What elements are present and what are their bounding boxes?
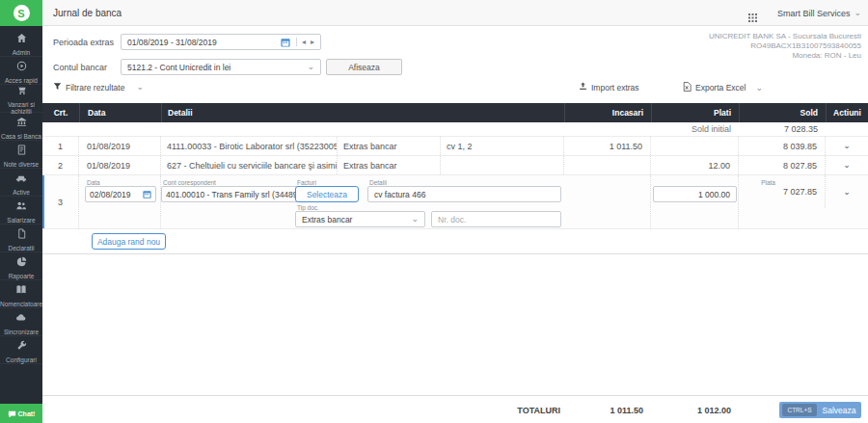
row-crt: 1 xyxy=(42,137,79,155)
row-incasari: 1 011.50 xyxy=(564,137,651,155)
chevron-down-icon: ⌄ xyxy=(411,215,419,224)
row-sold: 8 039.85 xyxy=(739,137,826,155)
period-prev-arrow-icon[interactable]: ◂ xyxy=(302,38,306,46)
export-excel-button[interactable]: Exporta Excel ⌄ xyxy=(683,82,763,93)
sidebar-item-acces-rapid[interactable]: Acces rapid xyxy=(0,57,42,85)
row-description: cv 1, 2 xyxy=(441,137,564,155)
table-header: Crt. Data Detalii Incasari Plati Sold Ac… xyxy=(42,103,868,122)
row-crt: 3 xyxy=(42,175,79,229)
row-doc-type: Extras bancar xyxy=(338,137,441,155)
header-detalii: Detalii xyxy=(161,103,338,122)
period-label: Perioada extras xyxy=(53,38,114,47)
calendar-icon xyxy=(143,190,151,198)
funnel-icon xyxy=(53,82,62,93)
sidebar-item-declaratii[interactable]: Declaratii xyxy=(0,225,42,252)
chevron-down-icon: ⌄ xyxy=(307,63,314,71)
row-incasari xyxy=(564,156,651,174)
bank-iban: RO49BACX1B31007593840055 xyxy=(709,41,861,51)
app-window: S Admin Acces rapid Vanzari si achizitii… xyxy=(0,0,868,423)
row-date: 01/08/2019 xyxy=(79,156,161,174)
edit-date-input[interactable]: 02/08/2019 xyxy=(85,186,156,202)
main-content: Perioada extras 01/08/2019 - 31/08/2019 … xyxy=(42,26,868,423)
sidebar-item-active[interactable]: Active xyxy=(0,169,42,197)
sidebar-item-vanzari-achizitii[interactable]: Vanzari si achizitii xyxy=(0,85,42,113)
sold-initial-row: Sold initial 7 028.35 xyxy=(42,122,868,137)
bank-currency: Moneda: RON - Leu xyxy=(709,51,861,61)
sidebar-item-note-diverse[interactable]: Note diverse xyxy=(0,141,42,169)
edit-tipdoc-select[interactable]: Extras bancar ⌄ xyxy=(295,211,425,227)
sold-initial-value: 7 028.35 xyxy=(739,122,826,136)
sidebar-item-sincronizare[interactable]: Sincronizare xyxy=(0,308,42,336)
table-row: 1 01/08/2019 4111.00033 - Birotic Labora… xyxy=(42,137,868,156)
save-button[interactable]: CTRL+S Salveaza xyxy=(779,402,861,418)
edit-data-label: Data xyxy=(87,179,100,186)
calendar-icon xyxy=(281,38,290,47)
sidebar-item-salarizare[interactable]: Salarizare xyxy=(0,197,42,225)
period-next-arrow-icon[interactable]: ▸ xyxy=(311,38,314,46)
bank-info: UNICREDIT BANK SA - Sucursala Bucuresti … xyxy=(709,32,861,61)
sidebar-item-rapoarte[interactable]: Rapoarte xyxy=(0,252,42,280)
row-doc-type: Extras bancar xyxy=(338,156,441,174)
sidebar-item-admin[interactable]: Admin xyxy=(0,29,42,57)
header-crt: Crt. xyxy=(42,103,79,122)
show-button[interactable]: Afiseaza xyxy=(326,59,402,75)
import-extras-button[interactable]: Import extras xyxy=(579,82,639,93)
row-actions-chevron-icon[interactable]: ⌄ xyxy=(826,175,868,208)
quick-access-icon xyxy=(16,58,27,75)
edit-nrdoc-input[interactable]: Nr. doc. xyxy=(431,211,561,227)
app-grid-icon[interactable] xyxy=(748,9,757,26)
edit-sold: 7 027.85 xyxy=(739,175,826,208)
sidebar: S Admin Acces rapid Vanzari si achizitii… xyxy=(0,0,42,423)
row-actions-chevron-icon[interactable]: ⌄ xyxy=(826,137,868,155)
car-icon xyxy=(15,170,27,187)
header-sold: Sold xyxy=(739,103,826,122)
chat-bubble-icon xyxy=(8,405,16,422)
excel-icon xyxy=(683,82,692,93)
sidebar-nav: Admin Acces rapid Vanzari si achizitii C… xyxy=(0,29,42,364)
edit-plati-cell xyxy=(651,175,739,229)
header-incasari: Incasari xyxy=(564,103,651,122)
sidebar-item-casa-si-banca[interactable]: Casa si Banca xyxy=(0,113,42,141)
sidebar-item-nomenclatoare[interactable]: Nomenclatoare xyxy=(0,280,42,308)
page-title: Jurnal de banca xyxy=(53,0,122,26)
header-data: Data xyxy=(79,103,161,122)
wrench-icon xyxy=(16,337,27,355)
edit-detalii-label: Detalii xyxy=(369,179,387,186)
row-date: 01/08/2019 xyxy=(79,137,161,155)
sold-initial-label: Sold initial xyxy=(651,122,739,136)
period-input[interactable]: 01/08/2019 - 31/08/2019 ◂ ▸ xyxy=(121,34,321,50)
edit-incasari-cell xyxy=(564,175,651,229)
edit-detalii-input[interactable]: cv factura 466 xyxy=(367,186,561,202)
smartbill-logo[interactable]: S xyxy=(0,0,42,26)
totals-bar: TOTALURI 1 011.50 1 012.00 CTRL+S Salvea… xyxy=(42,395,868,423)
account-menu[interactable]: Smart Bill Services ⌄ xyxy=(777,0,861,26)
totals-plati: 1 012.00 xyxy=(651,396,739,423)
bank-name: UNICREDIT BANK SA - Sucursala Bucuresti xyxy=(709,32,861,41)
header-actiuni: Actiuni xyxy=(826,103,868,122)
edit-row: 3 Data 02/08/2019 Cont corespondent 401.… xyxy=(42,175,868,229)
edit-cont-label: Cont corespondent xyxy=(163,179,216,186)
cloud-icon xyxy=(15,309,27,327)
row-actions-chevron-icon[interactable]: ⌄ xyxy=(826,156,868,174)
select-invoices-button[interactable]: Selecteaza xyxy=(295,186,359,202)
pie-chart-icon xyxy=(16,253,27,271)
add-new-row-button[interactable]: Adauga rand nou xyxy=(92,233,166,250)
filter-results-toggle[interactable]: Filtrare rezultate ⌄ xyxy=(53,82,144,93)
document-icon xyxy=(16,225,27,243)
totals-label: TOTALURI xyxy=(441,396,564,423)
row-plati xyxy=(651,137,739,155)
cart-icon xyxy=(16,82,27,99)
chat-button[interactable]: Chat! xyxy=(0,404,42,423)
chevron-down-icon: ⌄ xyxy=(854,9,861,17)
sidebar-item-configurari[interactable]: Configurari xyxy=(0,336,42,364)
shortcut-badge: CTRL+S xyxy=(782,404,817,416)
add-row-section: Adauga rand nou xyxy=(42,229,868,254)
book-icon xyxy=(15,281,27,299)
edit-facturi-label: Facturi xyxy=(297,179,316,186)
totals-incasari: 1 011.50 xyxy=(564,396,651,423)
header-plati: Plati xyxy=(651,103,739,122)
row-plati: 12.00 xyxy=(651,156,739,174)
bank-account-select[interactable]: 5121.2 - Cont Unicredit in lei ⌄ xyxy=(121,59,321,75)
row-description xyxy=(441,156,564,174)
logo-letter: S xyxy=(14,5,30,21)
